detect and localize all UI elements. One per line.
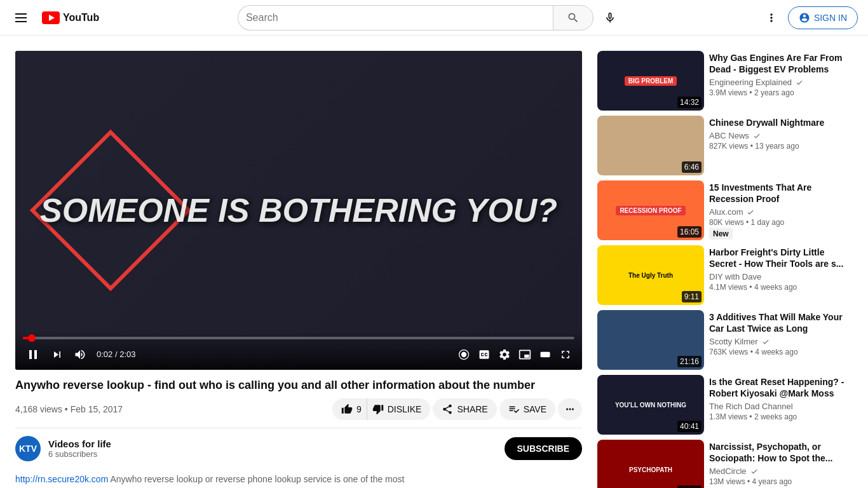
sidebar: BIG PROBLEM 14:32 Why Gas Engines Are Fa…	[597, 36, 864, 488]
verified-icon	[762, 338, 770, 346]
video-overlay-text: SOMEONE IS BOTHERING YOU?	[40, 191, 557, 229]
channel-row: KTV Videos for life 6 subscribers SUBSCR…	[15, 428, 582, 469]
thumbs-up-icon	[341, 403, 353, 415]
more-actions-button[interactable]	[558, 398, 582, 420]
video-duration: 9:11	[682, 291, 702, 302]
search-input[interactable]	[238, 5, 553, 30]
sidebar-video-item[interactable]: YOU'LL OWN NOTHING 40:41 Is the Great Re…	[597, 375, 854, 435]
subscribe-button[interactable]: SUBSCRIBE	[505, 437, 582, 460]
sidebar-video-stats: 13M views • 4 years ago	[709, 477, 854, 486]
video-duration: 6:46	[682, 161, 702, 173]
sidebar-video-title: Chinese Drywall Nightmare	[709, 117, 854, 128]
sidebar-video-info: Narcissist, Psychopath, or Sociopath: Ho…	[709, 440, 854, 488]
sidebar-video-item[interactable]: 21:16 3 Additives That Will Make Your Ca…	[597, 310, 854, 370]
video-duration: 12:47	[677, 485, 702, 488]
autoplay-toggle[interactable]	[455, 346, 473, 363]
volume-button[interactable]	[71, 346, 89, 363]
more-options-button[interactable]	[760, 6, 783, 29]
verified-icon	[796, 79, 803, 86]
progress-bar[interactable]	[23, 337, 574, 339]
sign-in-button[interactable]: SIGN IN	[788, 6, 858, 29]
menu-button[interactable]	[10, 8, 32, 27]
description-link[interactable]: http://rn.secure20k.com	[15, 474, 108, 484]
share-button[interactable]: SHARE	[433, 398, 496, 420]
controls-row: 0:02 / 2:03	[23, 344, 574, 365]
controls-right	[455, 346, 574, 363]
sidebar-video-info: Chinese Drywall Nightmare ABC News 827K …	[709, 116, 854, 175]
sidebar-video-info: Harbor Freight's Dirty Little Secret - H…	[709, 245, 854, 305]
video-title: Anywho reverse lookup - find out who is …	[15, 377, 582, 393]
miniplayer-button[interactable]	[516, 346, 534, 363]
video-stats: 4,168 views • Feb 15, 2017	[15, 404, 123, 414]
autoplay-icon	[458, 348, 470, 361]
sidebar-video-channel: Engineering Explained	[709, 78, 854, 87]
sidebar-video-channel: Scotty Kilmer	[709, 337, 854, 346]
sidebar-video-stats: 1.3M views • 2 weeks ago	[709, 412, 854, 421]
sidebar-video-info: Is the Great Reset Happening? - Robert K…	[709, 375, 854, 435]
voice-search-button[interactable]	[599, 6, 621, 29]
header-right: SIGN IN	[760, 6, 858, 29]
sidebar-video-title: 3 Additives That Will Make Your Car Last…	[709, 311, 854, 334]
svg-text:YouTube: YouTube	[63, 12, 99, 23]
youtube-logo[interactable]: YouTube	[42, 11, 99, 24]
account-icon	[799, 12, 810, 24]
settings-icon	[498, 348, 511, 361]
fullscreen-button[interactable]	[557, 346, 574, 363]
sidebar-video-channel: DIY with Dave	[709, 272, 854, 281]
progress-fill	[23, 337, 32, 339]
sidebar-video-title: Narcissist, Psychopath, or Sociopath: Ho…	[709, 441, 854, 464]
video-duration: 21:16	[677, 356, 702, 367]
video-player[interactable]: SOMEONE IS BOTHERING YOU?	[15, 51, 582, 370]
video-controls: 0:02 / 2:03	[15, 332, 582, 370]
sidebar-thumbnail: PSYCHOPATH 12:47	[597, 440, 704, 488]
sidebar-thumbnail: BIG PROBLEM 14:32	[597, 51, 704, 111]
sidebar-video-item[interactable]: PSYCHOPATH 12:47 Narcissist, Psychopath,…	[597, 440, 854, 488]
video-actions: 9 DISLIKE SHARE	[332, 398, 582, 420]
sidebar-video-info: 3 Additives That Will Make Your Car Last…	[709, 310, 854, 370]
next-button[interactable]	[48, 346, 66, 363]
more-horiz-icon	[564, 403, 576, 415]
save-button[interactable]: SAVE	[499, 398, 555, 420]
sidebar-video-item[interactable]: RECESSION PROOF 16:05 15 Investments Tha…	[597, 180, 854, 240]
sidebar-thumbnail: 21:16	[597, 310, 704, 370]
settings-button[interactable]	[496, 346, 513, 363]
search-icon	[567, 11, 580, 24]
cc-icon	[478, 348, 491, 361]
channel-name[interactable]: Videos for life	[48, 438, 111, 449]
sidebar-video-stats: 763K views • 4 weeks ago	[709, 348, 854, 356]
sidebar-video-title: Why Gas Engines Are Far From Dead - Bigg…	[709, 52, 854, 75]
sidebar-video-title: 15 Investments That Are Recession Proof	[709, 182, 854, 205]
search-form[interactable]	[238, 5, 593, 30]
channel-details: Videos for life 6 subscribers	[48, 438, 111, 459]
sidebar-video-channel: ABC News	[709, 131, 854, 140]
like-button[interactable]: 9	[332, 398, 367, 420]
video-thumbnail: SOMEONE IS BOTHERING YOU?	[15, 51, 582, 370]
play-pause-button[interactable]	[23, 344, 43, 365]
svg-point-4	[461, 352, 466, 357]
sidebar-video-channel: Alux.com	[709, 207, 854, 217]
like-dislike-group: 9 DISLIKE	[332, 398, 431, 420]
video-description: http://rn.secure20k.com Anywho reverse l…	[15, 469, 582, 488]
theater-mode-button[interactable]	[536, 346, 554, 363]
mic-icon	[604, 11, 616, 24]
sidebar-video-item[interactable]: The Ugly Truth 9:11 Harbor Freight's Dir…	[597, 245, 854, 305]
dislike-button[interactable]: DISLIKE	[367, 398, 431, 420]
main-content: SOMEONE IS BOTHERING YOU?	[0, 36, 868, 488]
sidebar-thumbnail: 6:46	[597, 116, 704, 175]
sidebar-video-stats: 3.9M views • 2 years ago	[709, 88, 854, 97]
sidebar-thumbnail: YOU'LL OWN NOTHING 40:41	[597, 375, 704, 435]
sidebar-video-stats: 4.1M views • 4 weeks ago	[709, 283, 854, 292]
sidebar-video-title: Harbor Freight's Dirty Little Secret - H…	[709, 247, 854, 269]
sidebar-video-item[interactable]: BIG PROBLEM 14:32 Why Gas Engines Are Fa…	[597, 51, 854, 111]
channel-avatar[interactable]: KTV	[15, 436, 41, 461]
sidebar-video-channel: The Rich Dad Channel	[709, 402, 854, 411]
volume-icon	[74, 348, 86, 361]
search-button[interactable]	[553, 5, 593, 30]
share-icon	[442, 403, 453, 415]
captions-button[interactable]	[475, 346, 493, 363]
sidebar-video-item[interactable]: 6:46 Chinese Drywall Nightmare ABC News …	[597, 116, 854, 175]
more-vert-icon	[765, 11, 778, 24]
video-duration: 14:32	[677, 97, 702, 108]
verified-icon	[750, 468, 758, 475]
sidebar-video-info: 15 Investments That Are Recession Proof …	[709, 180, 854, 240]
